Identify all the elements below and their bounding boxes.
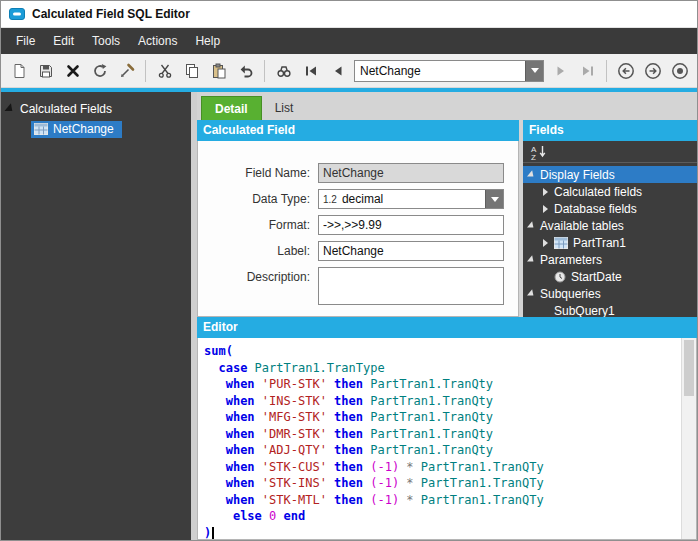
fields-tree-item-subquery1[interactable]: SubQuery1 bbox=[523, 302, 697, 317]
toolbar-separator bbox=[606, 60, 607, 82]
expander-icon[interactable] bbox=[527, 255, 536, 264]
tree-item-label: StartDate bbox=[571, 270, 622, 284]
label-input[interactable] bbox=[318, 241, 504, 261]
copy-icon bbox=[184, 63, 200, 79]
undo-icon bbox=[238, 63, 254, 79]
table-icon bbox=[554, 237, 568, 249]
new-icon bbox=[11, 63, 27, 79]
app-icon bbox=[9, 8, 25, 20]
data-type-dropdown-button[interactable] bbox=[485, 190, 503, 208]
expander-icon[interactable] bbox=[527, 170, 536, 179]
next-record-button[interactable] bbox=[547, 58, 574, 84]
expander-icon[interactable] bbox=[543, 239, 548, 247]
tree-item-label: SubQuery1 bbox=[554, 304, 615, 318]
fields-tree-item-available-tables[interactable]: Available tables bbox=[523, 217, 697, 234]
previous-record-button[interactable] bbox=[324, 58, 351, 84]
window-title: Calculated Field SQL Editor bbox=[32, 7, 190, 21]
calculated-fields-tree-panel: Calculated Fields NetChange bbox=[1, 92, 191, 540]
fields-tree-item-startdate[interactable]: StartDate bbox=[523, 268, 697, 285]
fields-tree-item-calculated-fields[interactable]: Calculated fields bbox=[523, 183, 697, 200]
calculated-field-form: Field Name: Data Type: 1.2 decimal Forma… bbox=[197, 141, 519, 317]
tree-item-label: PartTran1 bbox=[573, 236, 626, 250]
chevron-down-icon bbox=[531, 68, 539, 73]
selected-tree-node[interactable]: NetChange bbox=[31, 121, 122, 138]
toolbar: NetChange bbox=[1, 54, 697, 88]
tree-item-label: Database fields bbox=[554, 202, 637, 216]
fields-tree-item-database-fields[interactable]: Database fields bbox=[523, 200, 697, 217]
expander-icon[interactable] bbox=[527, 289, 536, 298]
editor-scrollbar-thumb[interactable] bbox=[684, 340, 694, 396]
menu-bar: File Edit Tools Actions Help bbox=[1, 28, 697, 54]
description-label: Description: bbox=[198, 267, 310, 287]
last-record-icon bbox=[580, 63, 596, 79]
refresh-button[interactable] bbox=[86, 58, 113, 84]
save-icon bbox=[38, 63, 54, 79]
sort-az-button[interactable]: A Z bbox=[528, 143, 550, 161]
tab-list[interactable]: List bbox=[262, 96, 307, 120]
data-type-select[interactable]: 1.2 decimal bbox=[318, 189, 504, 209]
undo-button[interactable] bbox=[232, 58, 259, 84]
data-type-value: decimal bbox=[342, 192, 485, 206]
editor-panel: sum( case PartTran1.TranType when 'PUR-S… bbox=[197, 338, 697, 540]
new-button[interactable] bbox=[5, 58, 32, 84]
tree-item-label: Display Fields bbox=[540, 168, 615, 182]
save-button[interactable] bbox=[32, 58, 59, 84]
tree-item-label: Subqueries bbox=[540, 287, 601, 301]
menu-file[interactable]: File bbox=[7, 28, 44, 54]
find-button[interactable] bbox=[270, 58, 297, 84]
fields-tree-item-subqueries[interactable]: Subqueries bbox=[523, 285, 697, 302]
chevron-down-icon bbox=[491, 197, 499, 202]
label-label: Label: bbox=[198, 241, 310, 261]
tree-item-label: Available tables bbox=[540, 219, 624, 233]
toolbar-separator bbox=[145, 60, 146, 82]
calculated-field-panel: Calculated Field Field Name: Data Type: … bbox=[197, 120, 519, 317]
back-button[interactable] bbox=[612, 58, 639, 84]
menu-help[interactable]: Help bbox=[186, 28, 229, 54]
cut-icon bbox=[157, 63, 173, 79]
stop-button[interactable] bbox=[666, 58, 693, 84]
expander-icon[interactable] bbox=[543, 188, 548, 196]
last-record-button[interactable] bbox=[574, 58, 601, 84]
expander-icon[interactable] bbox=[4, 103, 15, 115]
code-area[interactable]: sum( case PartTran1.TranType when 'PUR-S… bbox=[198, 338, 681, 539]
paste-button[interactable] bbox=[205, 58, 232, 84]
delete-icon bbox=[65, 63, 81, 79]
data-type-label: Data Type: bbox=[198, 189, 310, 209]
fields-toolbar: A Z bbox=[523, 141, 697, 163]
field-name-input[interactable] bbox=[318, 163, 504, 183]
paste-icon bbox=[211, 63, 227, 79]
fields-tree-item-display-fields[interactable]: Display Fields bbox=[523, 166, 697, 183]
tab-detail[interactable]: Detail bbox=[201, 96, 262, 120]
tree-item-label: Parameters bbox=[540, 253, 602, 267]
find-icon bbox=[276, 63, 292, 79]
fields-tree-item-parttran1[interactable]: PartTran1 bbox=[523, 234, 697, 251]
clear-icon bbox=[119, 63, 135, 79]
menu-edit[interactable]: Edit bbox=[44, 28, 83, 54]
toolbar-separator bbox=[264, 60, 265, 82]
description-input[interactable] bbox=[318, 267, 504, 305]
previous-record-icon bbox=[330, 63, 346, 79]
editor-scrollbar[interactable] bbox=[681, 338, 696, 539]
fields-tree-item-parameters[interactable]: Parameters bbox=[523, 251, 697, 268]
expander-icon[interactable] bbox=[543, 205, 548, 213]
delete-button[interactable] bbox=[59, 58, 86, 84]
first-record-button[interactable] bbox=[297, 58, 324, 84]
field-name-label: Field Name: bbox=[198, 163, 310, 183]
format-input[interactable] bbox=[318, 215, 504, 235]
fields-tree: Display Fields Calculated fields Databas… bbox=[523, 163, 697, 317]
record-selector-dropdown-button[interactable] bbox=[525, 61, 543, 81]
forward-button[interactable] bbox=[639, 58, 666, 84]
menu-tools[interactable]: Tools bbox=[83, 28, 129, 54]
tree-node-calculated-fields[interactable]: Calculated Fields bbox=[1, 92, 191, 118]
calculated-field-header: Calculated Field bbox=[197, 120, 519, 141]
expander-icon[interactable] bbox=[527, 221, 536, 230]
sort-az-icon: A Z bbox=[530, 144, 548, 160]
cut-button[interactable] bbox=[151, 58, 178, 84]
copy-button[interactable] bbox=[178, 58, 205, 84]
clear-button[interactable] bbox=[113, 58, 140, 84]
menu-actions[interactable]: Actions bbox=[129, 28, 186, 54]
record-selector[interactable]: NetChange bbox=[354, 60, 544, 82]
tree-node-netchange[interactable]: NetChange bbox=[1, 121, 191, 138]
data-type-badge: 1.2 bbox=[319, 194, 342, 205]
record-selector-value: NetChange bbox=[355, 64, 525, 78]
